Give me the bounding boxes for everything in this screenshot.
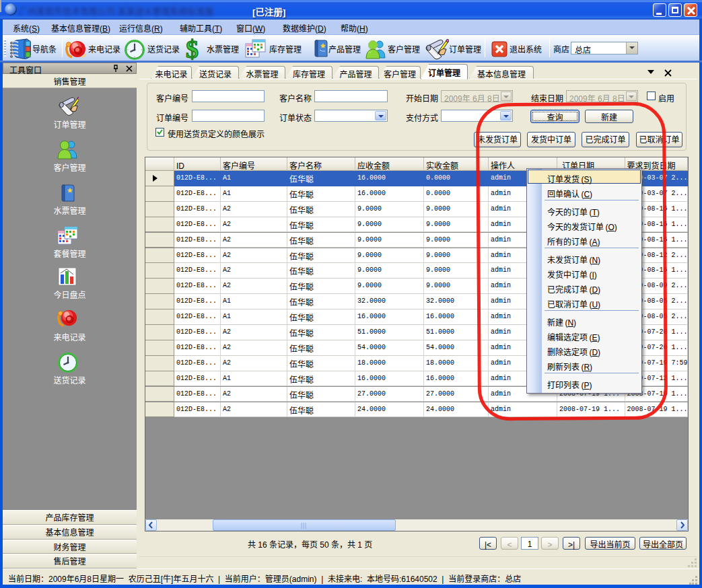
svg-text:$: $ bbox=[186, 37, 199, 61]
